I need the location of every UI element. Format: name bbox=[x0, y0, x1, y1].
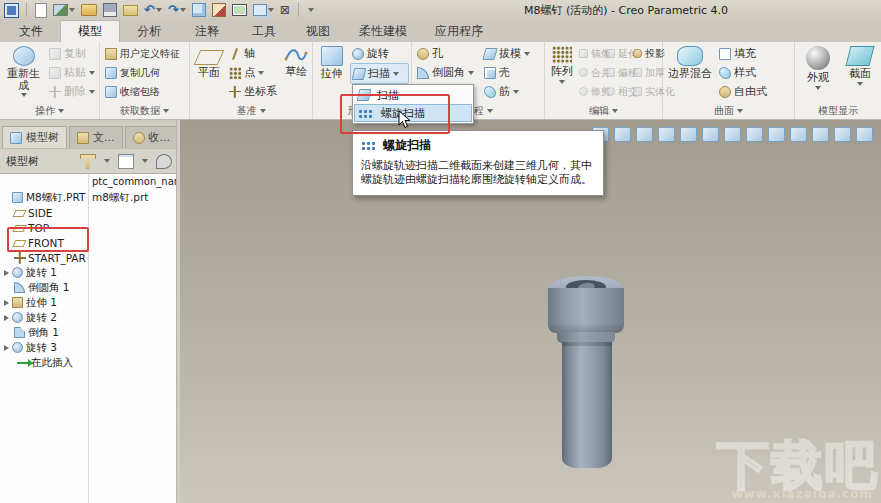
thicken-button[interactable]: 加厚 bbox=[633, 63, 660, 82]
tree-row-part[interactable]: M8螺钉.PRT m8螺钉.prt bbox=[0, 190, 178, 205]
regenerate-button[interactable]: 重新生成 bbox=[3, 44, 44, 103]
open-session-button[interactable] bbox=[53, 2, 75, 18]
appearance-button[interactable]: 外观 bbox=[798, 44, 838, 103]
revolve-button[interactable]: 旋转 bbox=[350, 44, 409, 63]
datum-csys-display-icon[interactable] bbox=[812, 127, 829, 142]
boundary-blend-button[interactable]: 边界混合 bbox=[666, 44, 714, 103]
sweep-button[interactable]: 扫描 bbox=[350, 63, 409, 84]
tab-analysis[interactable]: 分析 bbox=[120, 20, 178, 42]
tree-row-side[interactable]: SIDE bbox=[0, 205, 178, 220]
datum-axis-display-icon[interactable] bbox=[746, 127, 763, 142]
regenerate-quick-button[interactable] bbox=[192, 2, 206, 18]
draft-button[interactable]: 拔模 bbox=[482, 44, 540, 63]
tree-row-revolve2[interactable]: 旋转 2 bbox=[0, 310, 178, 325]
datum-csys-button[interactable]: 坐标系 bbox=[227, 82, 279, 101]
expand-icon[interactable] bbox=[4, 270, 9, 276]
freestyle-button[interactable]: 自由式 bbox=[717, 82, 781, 101]
extend-button[interactable]: 延伸 bbox=[606, 44, 633, 63]
tree-row-revolve3[interactable]: 旋转 3 bbox=[0, 340, 178, 355]
tab-model[interactable]: 模型 bbox=[60, 20, 120, 42]
tree-row-chamfer1[interactable]: 倒角 1 bbox=[0, 325, 178, 340]
zoom-in-icon[interactable] bbox=[614, 127, 631, 142]
fill-button[interactable]: 填充 bbox=[717, 44, 781, 63]
tree-row-round1[interactable]: 倒圆角 1 bbox=[0, 280, 178, 295]
expand-icon[interactable] bbox=[4, 345, 9, 351]
copy-geometry-button[interactable]: 复制几何 bbox=[103, 63, 182, 82]
expand-icon[interactable] bbox=[4, 300, 9, 306]
udf-button[interactable]: 用户定义特征 bbox=[103, 44, 182, 63]
redo-icon: ↷ bbox=[168, 3, 179, 17]
offset-button[interactable]: 偏移 bbox=[606, 63, 633, 82]
new-file-button[interactable] bbox=[35, 2, 47, 18]
group-label-operations[interactable]: 操作 bbox=[0, 104, 99, 118]
customize-qat-button[interactable] bbox=[307, 2, 314, 18]
tab-view[interactable]: 视图 bbox=[292, 20, 344, 42]
tab-file[interactable]: 文件 bbox=[2, 20, 60, 42]
annotate-quick-button[interactable] bbox=[212, 2, 226, 18]
tab-flexible-modeling[interactable]: 柔性建模 bbox=[344, 20, 422, 42]
group-label-surfaces[interactable]: 曲面 bbox=[663, 104, 794, 118]
annotation-display-icon[interactable] bbox=[834, 127, 851, 142]
spin-center-icon[interactable] bbox=[856, 127, 873, 142]
delete-button[interactable]: 删除 bbox=[47, 82, 97, 101]
saved-orientations-icon[interactable] bbox=[702, 127, 719, 142]
mail-button[interactable] bbox=[123, 2, 138, 18]
tree-filters-icon[interactable] bbox=[80, 154, 96, 169]
tab-model-tree[interactable]: 模型树 bbox=[2, 126, 67, 148]
undo-button[interactable]: ↶ bbox=[144, 2, 162, 18]
tree-columns-icon[interactable] bbox=[118, 154, 134, 169]
pattern-button[interactable]: 阵列 bbox=[548, 44, 576, 103]
caret-down-icon[interactable] bbox=[104, 159, 110, 163]
tree-row-revolve1[interactable]: 旋转 1 bbox=[0, 265, 178, 280]
sketch-button[interactable]: 草绘 bbox=[282, 44, 310, 103]
tab-annotate[interactable]: 注释 bbox=[178, 20, 236, 42]
windows-button[interactable] bbox=[253, 2, 274, 18]
tab-applications[interactable]: 应用程序 bbox=[422, 20, 496, 42]
intersect-button[interactable]: 相交 bbox=[606, 82, 633, 101]
group-label-model-display[interactable]: 模型显示 bbox=[795, 104, 881, 118]
common-name-column-header[interactable]: ptc_common_name bbox=[92, 176, 178, 187]
section-icon[interactable] bbox=[680, 127, 697, 142]
datum-point-display-icon[interactable] bbox=[790, 127, 807, 142]
shade-with-edges-icon[interactable] bbox=[658, 127, 675, 142]
tree-row-insert-here[interactable]: 在此插入 bbox=[0, 355, 178, 370]
tree-settings-icon[interactable] bbox=[156, 154, 172, 169]
tab-favorites[interactable]: 收... bbox=[125, 126, 179, 148]
group-label-get-data[interactable]: 获取数据 bbox=[100, 104, 189, 118]
paste-button[interactable]: 粘贴 bbox=[47, 63, 97, 82]
hole-button[interactable]: 孔 bbox=[415, 44, 479, 63]
close-window-button[interactable]: ⊠ bbox=[280, 2, 290, 18]
display-quick-button[interactable] bbox=[232, 2, 247, 18]
tab-tools[interactable]: 工具 bbox=[236, 20, 292, 42]
group-label-datum[interactable]: 基准 bbox=[190, 104, 312, 118]
section-button[interactable]: 截面 bbox=[841, 44, 879, 103]
open-button[interactable] bbox=[81, 2, 97, 18]
datum-plane-display-icon[interactable] bbox=[768, 127, 785, 142]
caret-down-icon[interactable] bbox=[142, 159, 148, 163]
tree-row-csys[interactable]: START_PAR bbox=[0, 250, 178, 265]
tab-folder-browser[interactable]: 文... bbox=[69, 126, 123, 148]
save-button[interactable] bbox=[103, 2, 117, 18]
solidify-button[interactable]: 实体化 bbox=[633, 82, 660, 101]
project-button[interactable]: 投影 bbox=[633, 44, 660, 63]
style-button[interactable]: 样式 bbox=[717, 63, 781, 82]
app-icon[interactable] bbox=[4, 3, 19, 18]
round-button[interactable]: 倒圆角 bbox=[415, 63, 479, 82]
redo-button[interactable]: ↷ bbox=[168, 2, 186, 18]
trim-button[interactable]: 修剪 bbox=[579, 82, 606, 101]
datum-plane-button[interactable]: 平面 bbox=[193, 44, 224, 103]
datum-axis-button[interactable]: 轴 bbox=[227, 44, 279, 63]
copy-button[interactable]: 复制 bbox=[47, 44, 97, 63]
mirror-button[interactable]: 镜像 bbox=[579, 44, 606, 63]
shrinkwrap-button[interactable]: 收缩包络 bbox=[103, 82, 182, 101]
rib-button[interactable]: 筋 bbox=[482, 82, 540, 101]
tree-row-extrude1[interactable]: 拉伸 1 bbox=[0, 295, 178, 310]
group-label-editing[interactable]: 编辑 bbox=[545, 104, 662, 118]
datum-point-button[interactable]: 点 bbox=[227, 63, 279, 82]
merge-button[interactable]: 合并 bbox=[579, 63, 606, 82]
view-manager-icon[interactable] bbox=[724, 127, 741, 142]
display-style-icon[interactable] bbox=[636, 127, 653, 142]
shell-button[interactable]: 壳 bbox=[482, 63, 540, 82]
round-feature-icon bbox=[14, 282, 25, 293]
expand-icon[interactable] bbox=[4, 315, 9, 321]
